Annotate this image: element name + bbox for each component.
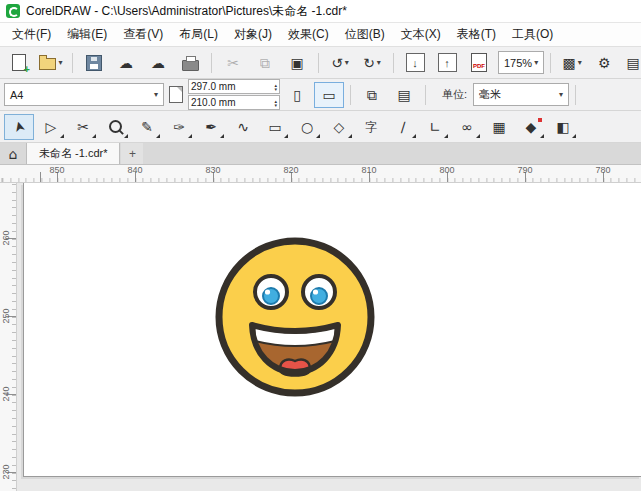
document-tab-active[interactable]: 未命名 -1.cdr* xyxy=(26,143,120,164)
fill-tool[interactable]: ◆ xyxy=(516,114,546,140)
dimension-tool[interactable]: ∕ xyxy=(388,114,418,140)
menu-table[interactable]: 表格(T) xyxy=(449,23,504,46)
caret-down-icon[interactable]: ▾ xyxy=(559,91,563,99)
undo-button[interactable]: ↺▾ xyxy=(325,50,355,76)
undo-icon: ↺ xyxy=(331,56,343,70)
rectangle-tool[interactable]: ▭ xyxy=(260,114,290,140)
interactive-fill-tool[interactable]: ◧ xyxy=(548,114,578,140)
vertical-ruler[interactable]: 260 250 240 230 xyxy=(0,183,17,491)
left-eye-highlight xyxy=(265,289,270,294)
save-button[interactable] xyxy=(79,50,109,76)
caret-down-icon: ▾ xyxy=(377,59,381,67)
coreldraw-window: CorelDRAW - C:\Users\Administrator\Pictu… xyxy=(0,0,641,491)
page-size-value: A4 xyxy=(10,89,23,101)
set-all-pages-button[interactable]: ⧉ xyxy=(357,82,387,108)
menu-bitmaps[interactable]: 位图(B) xyxy=(337,23,393,46)
caret-down-icon[interactable]: ▾ xyxy=(154,91,158,99)
landscape-button[interactable]: ▭ xyxy=(314,82,344,108)
page-dimensions-fields: 297.0 mm ▴▾ 210.0 mm ▴▾ xyxy=(188,79,280,110)
set-current-page-button[interactable]: ▤ xyxy=(389,82,419,108)
publish-pdf-button[interactable]: PDF xyxy=(464,50,494,76)
right-eye-highlight xyxy=(313,289,318,294)
ruler-label: 830 xyxy=(205,165,220,175)
artistic-media-tool[interactable]: ✑ xyxy=(164,114,194,140)
menu-tools[interactable]: 工具(O) xyxy=(504,23,561,46)
spin-down-icon[interactable]: ▾ xyxy=(274,87,277,91)
eyedropper-tool[interactable]: ∞ xyxy=(452,114,482,140)
toolbar-separator xyxy=(318,53,319,73)
printer-icon xyxy=(182,60,199,71)
new-document-icon xyxy=(12,54,26,71)
document-tab-bar: ⌂ 未命名 -1.cdr* + xyxy=(0,143,641,165)
zoom-level-combobox[interactable]: 175% ▾ xyxy=(498,51,544,74)
freehand-tool[interactable]: ✎ xyxy=(132,114,162,140)
page-dimensions-icon xyxy=(169,86,183,103)
menu-effects[interactable]: 效果(C) xyxy=(280,23,337,46)
text-tool[interactable]: 字 xyxy=(356,114,386,140)
home-icon: ⌂ xyxy=(9,147,18,161)
pick-arrow-icon: ➤ xyxy=(11,119,28,134)
new-document-tab-button[interactable]: + xyxy=(121,143,143,164)
width-spinner[interactable]: ▴▾ xyxy=(274,83,277,91)
menu-view[interactable]: 查看(V) xyxy=(115,23,171,46)
transparency-tool[interactable]: ▦ xyxy=(484,114,514,140)
caret-down-icon[interactable]: ▾ xyxy=(534,59,538,67)
units-label: 单位: xyxy=(442,87,467,102)
copy-button[interactable]: ⧉ xyxy=(250,50,280,76)
page-height-field[interactable]: 210.0 mm ▴▾ xyxy=(188,95,280,110)
crop-tool[interactable]: ✂ xyxy=(68,114,98,140)
save-to-cloud-button[interactable]: ☁ xyxy=(143,50,173,76)
portrait-button[interactable]: ▯ xyxy=(282,82,312,108)
toolbar-separator xyxy=(425,85,426,105)
redo-button[interactable]: ↻▾ xyxy=(357,50,387,76)
import-button[interactable]: ↓ xyxy=(400,50,430,76)
curve-icon: ∿ xyxy=(237,120,249,134)
application-launcher-button[interactable]: ▤▾ xyxy=(621,50,641,76)
menu-object[interactable]: 对象(J) xyxy=(226,23,280,46)
polygon-tool[interactable]: ◇ xyxy=(324,114,354,140)
cut-button[interactable]: ✂ xyxy=(218,50,248,76)
menu-text[interactable]: 文本(X) xyxy=(393,23,449,46)
menu-layout[interactable]: 布局(L) xyxy=(171,23,226,46)
pick-tool[interactable]: ➤ xyxy=(4,114,34,140)
canvas-area[interactable] xyxy=(17,183,641,491)
open-from-cloud-button[interactable]: ☁ xyxy=(111,50,141,76)
print-button[interactable] xyxy=(175,50,205,76)
units-combobox[interactable]: 毫米 ▾ xyxy=(473,83,569,106)
rectangle-icon: ▭ xyxy=(268,120,281,134)
new-document-button[interactable] xyxy=(4,50,34,76)
document-tab-label: 未命名 -1.cdr* xyxy=(39,146,107,161)
ruler-label: 260 xyxy=(1,229,11,247)
page[interactable] xyxy=(23,183,641,477)
smiley-object[interactable] xyxy=(210,232,380,402)
toolbox: ➤ ▷ ✂ ✎ ✑ ✒ ∿ ▭ ○ ◇ 字 ∕ ∟ ∞ ▦ ◆ ◧ xyxy=(0,111,641,143)
brush-icon: ✑ xyxy=(173,120,185,134)
cut-scissors-icon: ✂ xyxy=(227,56,239,70)
connector-tool[interactable]: ∟ xyxy=(420,114,450,140)
fill-diamond-icon: ◆ xyxy=(526,120,537,134)
dimension-line-icon: ∕ xyxy=(401,120,406,134)
export-button[interactable]: ↑ xyxy=(432,50,462,76)
menu-edit[interactable]: 编辑(E) xyxy=(59,23,115,46)
page-width-field[interactable]: 297.0 mm ▴▾ xyxy=(188,79,280,94)
paste-button[interactable]: ▣ xyxy=(282,50,312,76)
pen-tool[interactable]: ✒ xyxy=(196,114,226,140)
toolbar-separator xyxy=(393,53,394,73)
options-button[interactable]: ⚙ xyxy=(589,50,619,76)
connector-icon: ∟ xyxy=(429,120,441,134)
menu-file[interactable]: 文件(F) xyxy=(4,23,59,46)
left-iris xyxy=(263,288,279,304)
snap-options-button[interactable]: ▩▾ xyxy=(557,50,587,76)
zoom-level-value: 175% xyxy=(504,57,532,69)
page-size-combobox[interactable]: A4 ▾ xyxy=(4,83,164,106)
bspline-tool[interactable]: ∿ xyxy=(228,114,258,140)
caret-down-icon: ▾ xyxy=(58,59,62,67)
shape-tool[interactable]: ▷ xyxy=(36,114,66,140)
zoom-tool[interactable] xyxy=(100,114,130,140)
spin-down-icon[interactable]: ▾ xyxy=(274,103,277,107)
horizontal-ruler[interactable]: 850 840 830 820 810 800 790 780 xyxy=(0,165,641,183)
home-tab-button[interactable]: ⌂ xyxy=(0,143,26,164)
open-button[interactable]: ▾ xyxy=(36,50,66,76)
height-spinner[interactable]: ▴▾ xyxy=(274,99,277,107)
ellipse-tool[interactable]: ○ xyxy=(292,114,322,140)
